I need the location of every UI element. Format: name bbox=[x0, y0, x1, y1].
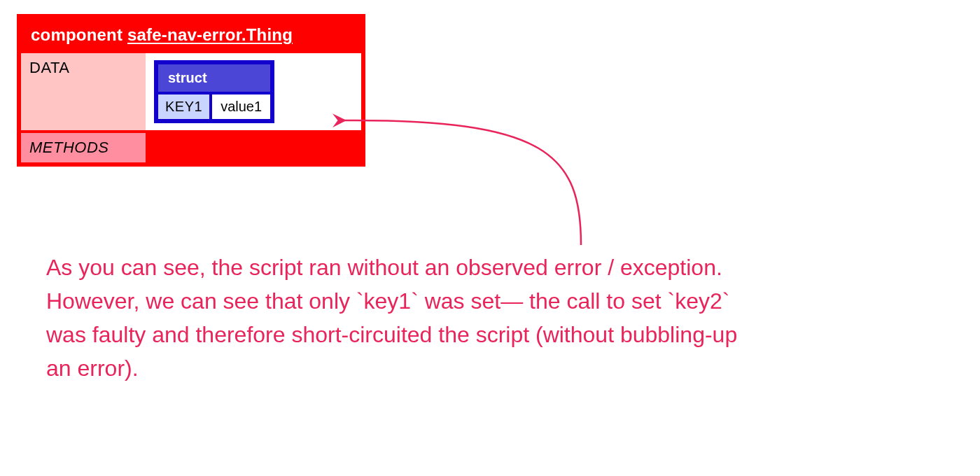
note-code-2: `key2` bbox=[668, 288, 730, 314]
component-header: component safe-nav-error.Thing bbox=[21, 18, 361, 53]
annotation-text: As you can see, the script ran without a… bbox=[46, 251, 760, 385]
component-keyword: component bbox=[31, 25, 122, 44]
methods-row: METHODS bbox=[21, 130, 361, 162]
note-code-1: `key1` bbox=[356, 288, 419, 314]
methods-label: METHODS bbox=[21, 133, 146, 162]
note-part-3: was faulty and therefore short-circuited… bbox=[46, 322, 737, 381]
data-label: DATA bbox=[21, 53, 146, 130]
data-value: struct KEY1 value1 bbox=[146, 53, 361, 130]
methods-value bbox=[146, 133, 361, 162]
struct-row: KEY1 value1 bbox=[158, 92, 270, 119]
struct-header: struct bbox=[158, 64, 270, 92]
component-rows: DATA struct KEY1 value1 METHODS bbox=[21, 53, 361, 162]
component-dump: component safe-nav-error.Thing DATA stru… bbox=[17, 14, 365, 167]
struct-dump: struct KEY1 value1 bbox=[154, 60, 274, 123]
struct-key: KEY1 bbox=[158, 94, 212, 119]
struct-value: value1 bbox=[212, 94, 270, 119]
note-part-2: was set— the call to set bbox=[419, 288, 668, 314]
data-row: DATA struct KEY1 value1 bbox=[21, 53, 361, 130]
component-name: safe-nav-error.Thing bbox=[127, 25, 293, 44]
